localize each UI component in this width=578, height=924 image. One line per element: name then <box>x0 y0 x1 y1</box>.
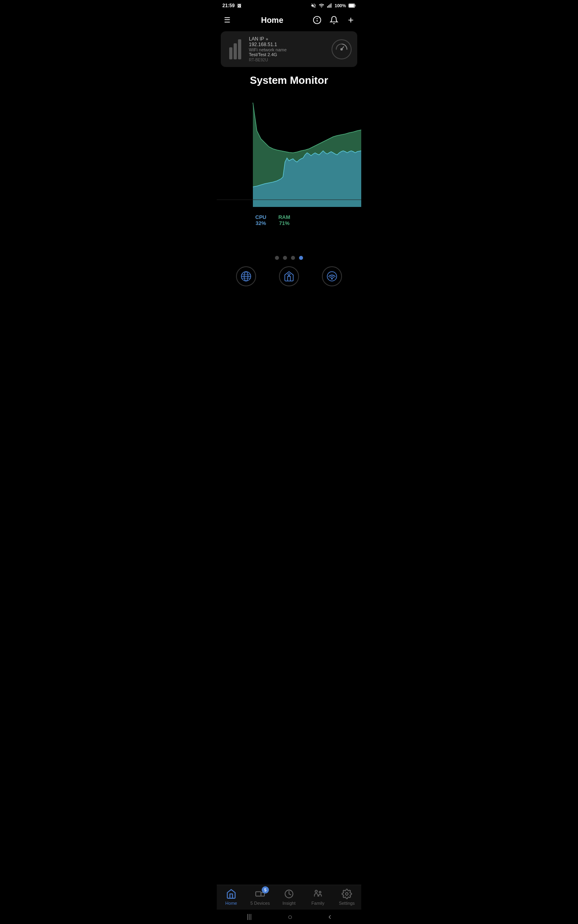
notification-button[interactable] <box>329 15 339 25</box>
cpu-label-name: CPU <box>255 214 266 220</box>
add-button[interactable]: + <box>346 15 356 25</box>
status-bar: 21:59 🖼 100% <box>217 0 361 11</box>
router-ip: 192.168.51.1 <box>249 42 327 47</box>
dot-4[interactable] <box>299 256 303 260</box>
chart-labels: CPU 32% RAM 71% <box>217 211 361 228</box>
svg-rect-0 <box>327 6 328 8</box>
menu-button[interactable]: ☰ <box>222 15 232 25</box>
screenshot-icon: 🖼 <box>237 4 241 8</box>
page-home-title: Home <box>261 16 283 25</box>
cpu-label: CPU 32% <box>255 214 266 226</box>
info-button[interactable] <box>312 15 322 25</box>
pagination-dots <box>217 256 361 260</box>
top-nav-icons: + <box>312 15 356 25</box>
router-card[interactable]: LAN IP » 192.168.51.1 WiFi network name … <box>221 31 357 67</box>
system-monitor-title: System Monitor <box>217 74 361 87</box>
dot-3[interactable] <box>291 256 295 260</box>
router-bar-2 <box>234 43 237 59</box>
dot-1[interactable] <box>275 256 279 260</box>
status-time: 21:59 <box>222 3 235 8</box>
battery-level: 100% <box>335 3 346 8</box>
svg-rect-5 <box>349 4 354 7</box>
cpu-value: 32% <box>255 220 266 226</box>
router-bar-1 <box>229 47 232 59</box>
svg-point-20 <box>331 278 332 279</box>
status-right: 100% <box>311 3 356 8</box>
router-speed-icon <box>332 39 352 59</box>
mute-icon <box>311 3 316 8</box>
quick-actions <box>217 266 361 293</box>
router-bars <box>229 39 241 59</box>
wifi-action-button[interactable] <box>322 266 342 286</box>
svg-point-18 <box>289 275 289 276</box>
router-model: RT-BE92U <box>249 58 327 62</box>
svg-rect-2 <box>330 4 330 8</box>
status-left: 21:59 🖼 <box>222 3 241 8</box>
router-lan-label: LAN IP » <box>249 36 327 42</box>
router-bar-3 <box>238 39 241 59</box>
ram-value: 71% <box>278 220 290 226</box>
router-info: LAN IP » 192.168.51.1 WiFi network name … <box>249 36 327 62</box>
battery-icon <box>348 3 356 8</box>
router-wifi-label: WiFi network name <box>249 47 327 52</box>
router-image <box>226 39 244 59</box>
top-nav: ☰ Home + <box>217 11 361 29</box>
ram-label-name: RAM <box>278 214 290 220</box>
ram-label: RAM 71% <box>278 214 290 226</box>
svg-rect-3 <box>331 3 332 8</box>
router-action-button[interactable] <box>279 266 299 286</box>
signal-icon <box>327 3 332 8</box>
wifi-icon <box>319 3 324 8</box>
dot-2[interactable] <box>283 256 287 260</box>
router-wifi-name: Test/Test 2.4G <box>249 52 327 57</box>
svg-rect-6 <box>355 5 356 7</box>
svg-rect-1 <box>328 5 329 8</box>
svg-point-10 <box>341 49 342 50</box>
internet-action-button[interactable] <box>236 266 256 286</box>
system-monitor-chart <box>217 91 361 207</box>
